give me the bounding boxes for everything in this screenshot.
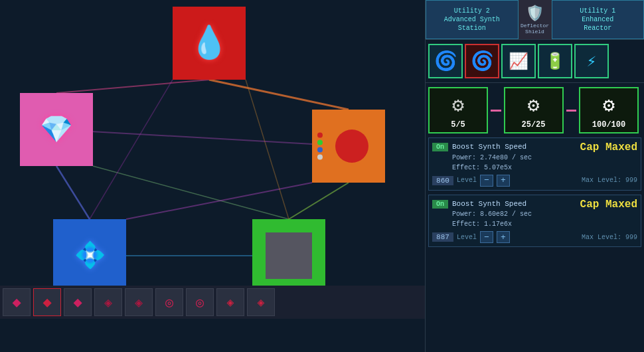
card-title-1: Boost Synth Speed bbox=[452, 199, 576, 210]
skill-icon-4[interactable]: ⚡ bbox=[574, 44, 609, 78]
skill-icon-0-glyph: 🌀 bbox=[434, 50, 457, 72]
tier-icon-1: ⚙️ bbox=[527, 93, 539, 118]
card-title-0: Boost Synth Speed bbox=[452, 141, 576, 153]
card-level-lbl-0: Level bbox=[457, 177, 477, 184]
svg-line-7 bbox=[90, 80, 173, 219]
card-maxlevel-0: Max Level: 999 bbox=[582, 177, 637, 184]
deflector-icon-glyph: 🛡️ bbox=[526, 5, 544, 23]
card-bottom-0: 860 Level − + Max Level: 999 bbox=[432, 175, 637, 187]
bottom-icon-7[interactable]: ◎ bbox=[186, 288, 214, 316]
skill-icon-0[interactable]: 🌀 bbox=[428, 44, 463, 78]
skill-icon-1-glyph: 🌀 bbox=[471, 50, 494, 72]
left-panel: 💧 💎 💠 ◆ ◆ ◆ ◈ ◈ ◎ bbox=[0, 0, 425, 319]
card-effect-1: Effect: 1.17e6x bbox=[452, 219, 576, 229]
utility1-button[interactable]: Utility 1 Enhanced Reactor bbox=[552, 0, 645, 39]
card-plus-1[interactable]: + bbox=[497, 231, 510, 243]
tier-label-1: 25/25 bbox=[521, 120, 545, 130]
card-maxed-1: Cap Maxed bbox=[580, 199, 637, 211]
tier-line-2 bbox=[566, 110, 577, 112]
card-minus-1[interactable]: − bbox=[480, 231, 493, 243]
node-canvas: 💧 💎 💠 bbox=[0, 0, 425, 319]
upgrade-card-1: On Boost Synth Speed Power: 8.60e82 / se… bbox=[428, 195, 641, 248]
card-power-0: Power: 2.74e80 / sec bbox=[452, 153, 576, 163]
skill-icon-2[interactable]: 📈 bbox=[501, 44, 536, 78]
svg-line-8 bbox=[246, 80, 289, 219]
card-effect-0: Effect: 5.07e5x bbox=[452, 163, 576, 173]
node-blue[interactable]: 💠 bbox=[53, 219, 126, 292]
tier-btn-1[interactable]: ⚙️ 25/25 bbox=[504, 87, 564, 133]
svg-line-0 bbox=[56, 80, 209, 93]
card-bottom-1: 887 Level − + Max Level: 999 bbox=[432, 231, 637, 243]
bottom-icon-6[interactable]: ◎ bbox=[155, 288, 183, 316]
skill-icon-4-glyph: ⚡ bbox=[587, 52, 596, 71]
utility-row: Utility 2 Advanced Synth Station 🛡️ Defl… bbox=[426, 0, 644, 40]
skill-icon-3-glyph: 🔋 bbox=[545, 52, 565, 71]
card-minus-0[interactable]: − bbox=[480, 175, 493, 187]
svg-line-4 bbox=[93, 166, 289, 219]
bottom-icon-9[interactable]: ◈ bbox=[247, 288, 275, 316]
orange-circle-icon bbox=[335, 130, 368, 163]
card-level-val-0: 860 bbox=[432, 176, 453, 185]
bottom-icon-4[interactable]: ◈ bbox=[94, 288, 122, 316]
pink-node-icon: 💎 bbox=[40, 114, 73, 146]
tier-row: ⚙️ 5/5 ⚙️ 25/25 ⚙️ 100/100 bbox=[426, 83, 644, 133]
red-node-icon: 💧 bbox=[189, 24, 229, 62]
tier-icon-0: ⚙️ bbox=[452, 93, 464, 118]
tier-line-1 bbox=[491, 110, 501, 112]
deflector-label: Deflector Shield bbox=[519, 23, 552, 35]
skill-row: 🌀 🌀 📈 🔋 ⚡ bbox=[426, 40, 644, 83]
bottom-icon-8[interactable]: ◈ bbox=[216, 288, 244, 316]
tier-btn-0[interactable]: ⚙️ 5/5 bbox=[428, 87, 488, 133]
upgrade-card-0: On Boost Synth Speed Power: 2.74e80 / se… bbox=[428, 137, 641, 191]
card-maxed-0: Cap Maxed bbox=[580, 141, 637, 153]
deflector-shield[interactable]: 🛡️ Deflector Shield bbox=[519, 0, 552, 39]
orange-dots bbox=[317, 133, 323, 160]
card-top-0: On Boost Synth Speed Power: 2.74e80 / se… bbox=[432, 141, 637, 173]
tier-icon-2: ⚙️ bbox=[603, 93, 615, 118]
svg-line-2 bbox=[56, 130, 349, 146]
node-pink[interactable]: 💎 bbox=[20, 93, 93, 166]
card-top-1: On Boost Synth Speed Power: 8.60e82 / se… bbox=[432, 199, 637, 230]
green-node-graybox bbox=[266, 232, 312, 279]
tier-label-0: 5/5 bbox=[451, 120, 465, 130]
bottom-icon-3[interactable]: ◆ bbox=[64, 288, 92, 316]
card-info-0: Boost Synth Speed Power: 2.74e80 / sec E… bbox=[452, 141, 576, 173]
bottom-icon-5[interactable]: ◈ bbox=[125, 288, 153, 316]
node-green[interactable] bbox=[252, 219, 325, 292]
node-red[interactable]: 💧 bbox=[173, 7, 246, 80]
card-on-0[interactable]: On bbox=[432, 143, 448, 151]
card-level-lbl-1: Level bbox=[457, 234, 477, 241]
svg-line-3 bbox=[56, 166, 90, 219]
card-maxlevel-1: Max Level: 999 bbox=[582, 234, 637, 241]
card-power-1: Power: 8.60e82 / sec bbox=[452, 209, 576, 219]
utility2-label: Utility 2 Advanced Synth Station bbox=[444, 7, 500, 33]
bottom-bar: ◆ ◆ ◆ ◈ ◈ ◎ ◎ ◈ ◈ bbox=[0, 286, 425, 319]
card-info-1: Boost Synth Speed Power: 8.60e82 / sec E… bbox=[452, 199, 576, 230]
tier-btn-2[interactable]: ⚙️ 100/100 bbox=[579, 87, 639, 133]
card-plus-0[interactable]: + bbox=[497, 175, 510, 187]
svg-line-6 bbox=[289, 183, 349, 219]
card-level-val-1: 887 bbox=[432, 232, 453, 242]
right-panel: Utility 2 Advanced Synth Station 🛡️ Defl… bbox=[425, 0, 644, 352]
skill-icon-3[interactable]: 🔋 bbox=[538, 44, 572, 78]
svg-line-1 bbox=[209, 80, 349, 110]
tier-label-2: 100/100 bbox=[592, 120, 625, 130]
node-orange[interactable] bbox=[312, 110, 385, 183]
skill-icon-1[interactable]: 🌀 bbox=[465, 44, 499, 78]
svg-line-5 bbox=[126, 183, 312, 219]
utility1-label: Utility 1 Enhanced Reactor bbox=[580, 7, 615, 33]
utility2-button[interactable]: Utility 2 Advanced Synth Station bbox=[426, 0, 519, 39]
blue-node-icon: 💠 bbox=[74, 240, 106, 271]
card-on-1[interactable]: On bbox=[432, 200, 448, 209]
bottom-icon-1[interactable]: ◆ bbox=[3, 288, 31, 316]
skill-icon-2-glyph: 📈 bbox=[509, 52, 528, 71]
bottom-icon-2[interactable]: ◆ bbox=[33, 288, 61, 316]
